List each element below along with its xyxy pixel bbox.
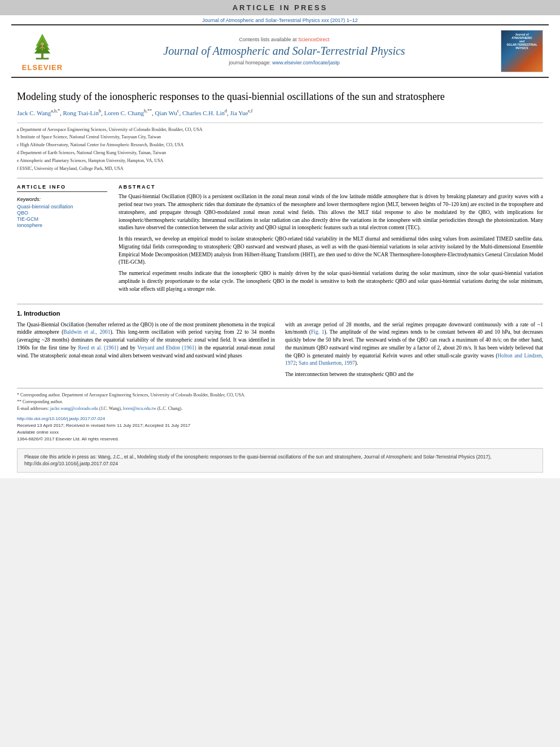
authors-line: Jack C. Wanga,b,*, Rong Tsai-Linb, Loren… [17,108,543,117]
journal-thumbnail: Journal ofATMOSPHERICandSOLAR-TERRESTRIA… [501,30,543,72]
intro-para-right-2: The interconnection between the stratosp… [285,371,543,379]
abstract-paragraph-1: The Quasi-biennial Oscillation (QBO) is … [119,193,543,232]
journal-header: ELSEVIER Contents lists available at Sci… [11,24,549,78]
received-line: Received 13 April 2017; Received in revi… [17,422,543,429]
affiliation-f: f ESSIC, University of Maryland, College… [17,165,543,173]
corresponding-note-2: ** Corresponding author. [17,399,543,405]
affiliation-d: d Department of Earth Sciences, National… [17,150,543,157]
author-wang[interactable]: Jack C. Wang [17,110,51,116]
citation-box: Please cite this article in press as: Wa… [17,448,543,473]
elsevier-text: ELSEVIER [22,63,63,72]
sciencedirect-link[interactable]: ScienceDirect [298,37,330,42]
svg-rect-1 [36,58,49,59]
email-chang[interactable]: loren@ncu.edu.tw [123,406,156,411]
email-line: E-mail addresses: jacke.wang@colorado.ed… [17,405,543,412]
info-abstract-section: ARTICLE INFO Keywords: Quasi-biennial os… [17,178,543,296]
doi-link[interactable]: http://dx.doi.org/10.1016/j.jastp.2017.0… [17,416,105,421]
ref-veryard[interactable]: Veryard and Ebdon (1961) [137,345,196,351]
abstract-paragraph-2: In this research, we develop an empirica… [119,235,543,267]
keyword-ionosphere: Ionosphere [17,222,107,228]
abstract-paragraph-3: The numerical experiment results indicat… [119,270,543,293]
abstract-section: ABSTRACT The Quasi-biennial Oscillation … [119,184,543,296]
introduction-heading: 1. Introduction [17,310,543,317]
introduction-columns: The Quasi-Biennial Oscillation (hereafte… [17,321,543,382]
introduction-section: 1. Introduction The Quasi-Biennial Oscil… [17,304,543,382]
ref-baldwin[interactable]: Baldwin et al., 2001 [63,329,110,335]
keyword-qbo: QBO [17,210,107,216]
affiliation-c: c High Altitude Observatory, National Ce… [17,142,543,149]
issn-line: 1364-6826/© 2017 Elsevier Ltd. All right… [17,436,543,443]
available-line: Available online xxxx [17,429,543,436]
svg-point-5 [41,42,44,45]
contents-available-line: Contents lists available at ScienceDirec… [73,37,495,42]
affiliation-e: e Atmospheric and Planetary Sciences, Ha… [17,158,543,165]
email-wang[interactable]: jacke.wang@colorado.edu [50,406,98,411]
elsevier-logo: ELSEVIER [17,31,68,72]
journal-homepage: journal homepage: www.elsevier.com/locat… [73,60,495,65]
intro-para-right-1: with an average period of 28 months, and… [285,321,543,368]
ref-sato[interactable]: Sato and Dunkerton, 1997 [299,360,355,366]
intro-para-left-1: The Quasi-Biennial Oscillation (hereafte… [17,321,275,360]
keyword-tiegcm: TIE-GCM [17,216,107,222]
affiliation-a: a Department of Aerospace Engineering Sc… [17,126,543,134]
intro-col-right: with an average period of 28 months, and… [285,321,543,382]
author-chang[interactable]: Loren C. Chang [104,110,144,116]
abstract-title: ABSTRACT [119,184,543,190]
abstract-text: The Quasi-biennial Oscillation (QBO) is … [119,193,543,293]
affiliation-b: b Institute of Space Science, National C… [17,134,543,141]
keyword-qbo-full: Quasi-biennial oscillation [17,204,107,209]
author-wu[interactable]: Qian Wu [155,110,177,116]
journal-reference-line: Journal of Atmospheric and Solar-Terrest… [0,15,560,24]
article-info-title: ARTICLE INFO [17,184,107,192]
header-center: Contents lists available at ScienceDirec… [68,37,501,65]
affiliations: a Department of Aerospace Engineering Sc… [17,123,543,173]
author-yue[interactable]: Jia Yue [230,110,248,116]
intro-col-left: The Quasi-Biennial Oscillation (hereafte… [17,321,275,382]
ref-reed[interactable]: Reed et al. (1961) [78,345,118,351]
author-lin[interactable]: Charles C.H. Lin [182,110,225,116]
footer-notes: * Corresponding author. Department of Ae… [17,388,543,443]
main-content: Modeling study of the ionospheric respon… [0,78,560,478]
corresponding-note-1: * Corresponding author. Department of Ae… [17,392,543,399]
keywords-label: Keywords: [17,196,107,202]
paper-title: Modeling study of the ionospheric respon… [17,90,543,103]
ref-fig1[interactable]: Fig. 1 [311,329,325,335]
journal-homepage-link[interactable]: www.elsevier.com/locate/jastp [272,60,340,65]
author-tsailin[interactable]: Rong Tsai-Lin [63,110,99,116]
article-info-column: ARTICLE INFO Keywords: Quasi-biennial os… [17,184,107,296]
article-in-press-banner: ARTICLE IN PRESS [0,0,560,15]
journal-title: Journal of Atmospheric and Solar-Terrest… [73,45,495,58]
